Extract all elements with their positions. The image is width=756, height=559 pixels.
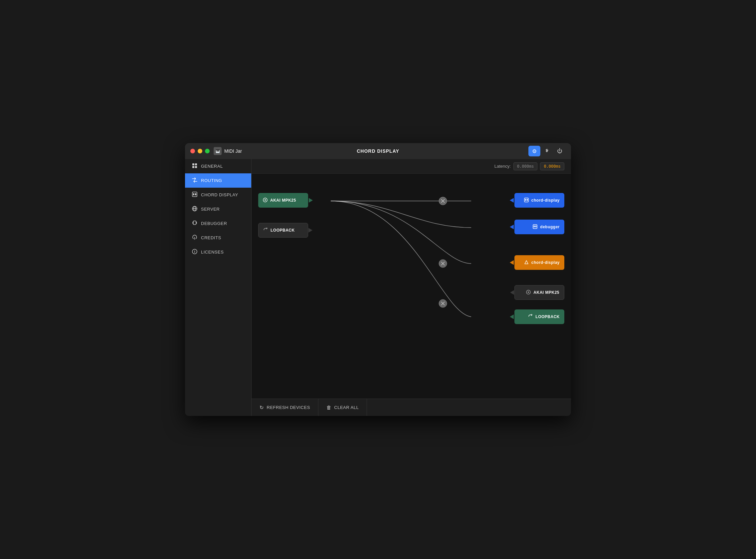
svg-line-20 — [441, 302, 445, 305]
traffic-lights — [190, 149, 209, 153]
clear-label: CLEAR ALL — [334, 405, 359, 410]
latency-label: Latency: — [494, 164, 511, 169]
chord-display-icon — [192, 192, 198, 198]
svg-rect-1 — [195, 163, 197, 165]
chord-display-dest1-label: chord-display — [531, 198, 560, 203]
sidebar-label-general: GENERAL — [201, 164, 223, 169]
clear-all-button[interactable]: 🗑 CLEAR ALL — [318, 399, 367, 416]
node-loopback-src[interactable]: LOOPBACK — [258, 223, 308, 238]
node-akai-mpk25-dest[interactable]: AKAI MPK25 — [514, 285, 564, 300]
chord-display-dest2-arrow — [510, 260, 514, 265]
svg-rect-28 — [534, 226, 535, 227]
refresh-icon: ↻ — [260, 405, 264, 410]
svg-point-13 — [439, 197, 447, 205]
sidebar-label-debugger: DEBUGGER — [201, 221, 227, 226]
sidebar: GENERAL ROUTING CHORD DISPLAY SERVER — [185, 159, 251, 416]
debugger-dest-icon — [533, 224, 537, 230]
node-chord-display-dest1[interactable]: chord-display — [514, 193, 564, 208]
routing-icon — [192, 177, 198, 184]
akai-dest-arrow — [510, 290, 514, 295]
chord-display-dest1-arrow — [510, 198, 514, 203]
sidebar-label-licenses: LICENSES — [201, 250, 224, 254]
svg-line-17 — [441, 262, 445, 265]
akai-mpk25-dest-label: AKAI MPK25 — [533, 290, 559, 295]
bottom-bar: ↻ REFRESH DEVICES 🗑 CLEAR ALL — [251, 399, 571, 416]
akai-src-arrow — [309, 198, 313, 203]
window-title: CHORD DISPLAY — [357, 149, 399, 154]
akai-dest-icon — [526, 290, 531, 295]
loopback-dest-arrow — [510, 314, 514, 319]
loopback-src-icon — [263, 228, 268, 233]
refresh-label: REFRESH DEVICES — [267, 405, 310, 410]
svg-rect-0 — [192, 163, 194, 165]
node-debugger-dest[interactable]: debugger — [514, 220, 564, 234]
svg-rect-5 — [193, 193, 194, 195]
routing-canvas: AKAI MPK25 LOOPBACK — [251, 174, 571, 399]
loopback-src-arrow — [308, 228, 312, 232]
svg-rect-29 — [535, 226, 536, 227]
general-icon — [192, 163, 198, 170]
svg-rect-24 — [525, 198, 528, 202]
akai-mpk25-src-label: AKAI MPK25 — [270, 198, 296, 203]
svg-line-18 — [441, 262, 445, 265]
sidebar-item-debugger[interactable]: DEBUGGER — [185, 216, 251, 230]
main-window: 🎹 MIDI Jar CHORD DISPLAY ⚙ ⏻ GENERAL — [185, 143, 571, 416]
loopback-dest-label: LOOPBACK — [535, 314, 560, 319]
titlebar: 🎹 MIDI Jar CHORD DISPLAY ⚙ ⏻ — [185, 143, 571, 159]
settings-button[interactable]: ⚙ — [528, 146, 540, 156]
svg-rect-26 — [527, 199, 528, 201]
chord-display-dest1-icon — [524, 198, 529, 203]
sidebar-item-routing[interactable]: ROUTING — [185, 173, 251, 188]
akai-src-icon — [263, 198, 268, 203]
debugger-dest-arrow — [510, 225, 514, 229]
sidebar-item-credits[interactable]: CREDITS — [185, 230, 251, 245]
svg-line-21 — [441, 302, 445, 305]
credits-icon — [192, 234, 198, 241]
svg-point-23 — [265, 199, 266, 201]
svg-rect-25 — [525, 199, 526, 201]
debugger-dest-label: debugger — [540, 225, 560, 229]
sidebar-item-chord-display[interactable]: CHORD DISPLAY — [185, 188, 251, 202]
sidebar-label-server: SERVER — [201, 207, 220, 211]
chord-display-dest2-label: chord-display — [531, 260, 560, 265]
connect-button[interactable] — [541, 146, 553, 156]
refresh-devices-button[interactable]: ↻ REFRESH DEVICES — [251, 399, 318, 416]
svg-line-14 — [441, 199, 445, 203]
latency-value-1: 0.000ms — [513, 162, 538, 170]
svg-point-31 — [528, 291, 529, 293]
svg-point-16 — [439, 260, 447, 268]
sidebar-item-server[interactable]: SERVER — [185, 202, 251, 216]
svg-rect-3 — [195, 166, 197, 168]
svg-rect-27 — [533, 225, 537, 229]
debugger-icon — [192, 220, 198, 227]
svg-rect-2 — [192, 166, 194, 168]
main-area: GENERAL ROUTING CHORD DISPLAY SERVER — [185, 159, 571, 416]
node-loopback-dest[interactable]: LOOPBACK — [514, 309, 564, 324]
chord-display-dest2-icon — [524, 260, 529, 266]
minimize-button[interactable] — [198, 149, 202, 153]
svg-point-12 — [194, 250, 195, 251]
licenses-icon — [192, 249, 198, 255]
svg-line-15 — [441, 199, 445, 203]
sidebar-label-credits: CREDITS — [201, 235, 221, 240]
trash-icon: 🗑 — [327, 405, 332, 410]
sidebar-label-routing: ROUTING — [201, 178, 222, 183]
latency-value-2: 0.000ms — [540, 162, 564, 170]
sidebar-item-general[interactable]: GENERAL — [185, 159, 251, 173]
svg-rect-6 — [195, 193, 196, 195]
app-icon: 🎹 — [214, 147, 222, 155]
sidebar-label-chord-display: CHORD DISPLAY — [201, 192, 238, 197]
sidebar-item-licenses[interactable]: LICENSES — [185, 245, 251, 259]
maximize-button[interactable] — [205, 149, 209, 153]
svg-point-19 — [439, 299, 447, 308]
node-chord-display-dest2[interactable]: chord-display — [514, 255, 564, 270]
content-area: Latency: 0.000ms 0.000ms — [251, 159, 571, 416]
titlebar-actions: ⚙ ⏻ — [528, 146, 566, 156]
latency-bar: Latency: 0.000ms 0.000ms — [251, 159, 571, 174]
close-button[interactable] — [190, 149, 195, 153]
power-button[interactable]: ⏻ — [554, 146, 566, 156]
node-akai-mpk25-src[interactable]: AKAI MPK25 — [258, 193, 308, 208]
server-icon — [192, 206, 198, 212]
loopback-dest-icon — [528, 314, 533, 320]
loopback-src-label: LOOPBACK — [270, 228, 295, 232]
